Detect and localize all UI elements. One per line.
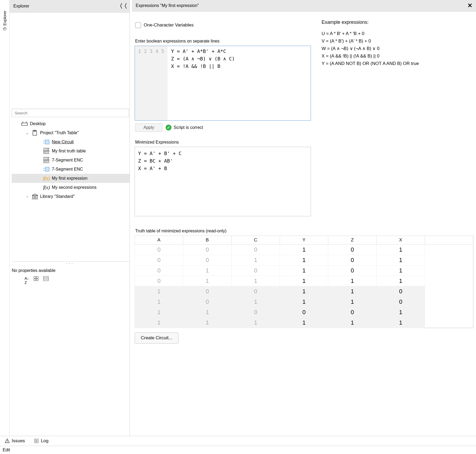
clock-icon: ◷ xyxy=(2,27,7,30)
truth-cell-output: 1 xyxy=(328,276,377,286)
spacer xyxy=(425,236,473,245)
tree-item-label: My first expression xyxy=(52,176,87,181)
truth-cell-input: 0 xyxy=(183,245,232,255)
svg-rect-25 xyxy=(45,167,49,171)
examples-heading: Example expressions: xyxy=(322,20,473,25)
truth-cell-output: 1 xyxy=(280,276,328,286)
truth-cell-input: 1 xyxy=(232,297,280,307)
collapse-icon[interactable]: 〈〈 xyxy=(117,2,126,10)
sort-az-icon[interactable]: A↓Z xyxy=(25,276,29,285)
tree-item-label: New Circuit xyxy=(52,140,74,144)
checkbox-icon[interactable] xyxy=(135,22,141,28)
truth-cell-output: 1 xyxy=(377,245,425,255)
create-circuit-button[interactable]: Create Circuit... xyxy=(135,332,178,344)
truth-cell-input: 0 xyxy=(135,255,183,266)
truth-cell-output: 1 xyxy=(377,307,425,318)
grid-icon[interactable] xyxy=(34,276,38,285)
truth-header: Z xyxy=(328,236,377,245)
svg-text:0: 0 xyxy=(48,157,49,160)
truth-cell-input: 1 xyxy=(135,307,183,318)
tree-row[interactable]: ⌄Project "Truth Table" xyxy=(12,128,130,137)
svg-text:0: 0 xyxy=(44,160,46,163)
truth-cell-output: 1 xyxy=(280,255,328,266)
explorer-header: Explorer 〈〈 xyxy=(10,0,130,13)
truth-cell-input: 0 xyxy=(232,307,280,318)
tree-row[interactable]: 7-Segment ENC xyxy=(12,165,130,174)
example-line: Y = (A AND NOT B) OR (NOT A AND B) OR tr… xyxy=(322,60,473,67)
explorer-title: Explorer xyxy=(13,4,29,9)
truth-header: A xyxy=(135,236,183,245)
example-line: V = (A * B') + (A' * B) + 0 xyxy=(322,37,473,45)
spacer xyxy=(425,276,473,286)
enter-label: Enter boolean expressions on separate li… xyxy=(135,39,311,44)
explorer-blank-area xyxy=(12,13,130,109)
tab-issues-label: Issues xyxy=(12,438,25,444)
truth-cell-output: 0 xyxy=(280,307,328,318)
truth-cell-output: 1 xyxy=(328,318,377,328)
tree-item-label: 7-Segment ENC xyxy=(52,167,83,172)
check-icon: ✓ xyxy=(166,125,171,130)
bottom-tabs: Issues Log xyxy=(0,436,476,446)
tree-row[interactable]: f(x)My first expression xyxy=(12,174,130,183)
one-char-checkbox-row[interactable]: One-Character Variables xyxy=(135,22,311,28)
tree-item-label: My first truth table xyxy=(52,149,86,153)
tree-row[interactable]: 100XMy first truth table xyxy=(12,147,130,156)
tree-row[interactable]: ›Library "Standard" xyxy=(12,192,130,201)
spacer xyxy=(425,297,473,307)
fx-icon: f(x) xyxy=(43,175,50,181)
minimized-label: Minimized Expressions xyxy=(135,140,311,145)
truth-cell-input: 0 xyxy=(183,255,232,266)
editor-code[interactable]: Y = A' + A*B' + A*C Z = (A ∧ ¬B) ∨ (B ∧ … xyxy=(167,46,239,120)
spacer xyxy=(425,307,473,318)
truth-cell-output: 1 xyxy=(377,318,425,328)
truth-cell-output: 1 xyxy=(377,276,425,286)
example-line: U = A * B' + A * 'B + 0 xyxy=(322,30,473,37)
tree-row[interactable]: f(x)My second expressions xyxy=(12,183,130,192)
status-bar: Edit xyxy=(0,446,476,454)
circuit-icon xyxy=(43,139,50,145)
truth-label: Truth table of minimized expressions (re… xyxy=(135,229,473,233)
tree-item-label: Desktop xyxy=(30,121,46,126)
drag-handle-icon[interactable]: • • • xyxy=(10,261,130,266)
spacer xyxy=(425,266,473,276)
example-line: X = (A && !B) || (!A && B) || 0 xyxy=(322,52,473,60)
script-status-label: Script is correct xyxy=(174,125,203,130)
tab-log[interactable]: Log xyxy=(34,438,48,444)
search-input[interactable] xyxy=(12,109,129,117)
tree-row[interactable]: 100X7-Segment ENC xyxy=(12,156,130,165)
list-icon[interactable] xyxy=(43,276,49,285)
close-icon[interactable]: ✕ xyxy=(467,2,472,9)
minimized-output: Y = A' + B' + C Z = BC + AB' X = A' + B xyxy=(135,147,311,216)
truth-cell-input: 0 xyxy=(183,297,232,307)
truth-table-icon: 100X xyxy=(43,148,50,154)
examples-panel: Example expressions: U = A * B' + A * 'B… xyxy=(322,17,473,216)
example-line: W = (A ∧ ¬B) ∨ (¬A ∧ B) ∨ 0 xyxy=(322,45,473,52)
tree-item-label: My second expressions xyxy=(52,185,96,190)
svg-text:X: X xyxy=(48,160,49,163)
chevron-icon[interactable]: ⌄ xyxy=(25,131,29,135)
expression-editor[interactable]: 1 2 3 4 5 Y = A' + A*B' + A*C Z = (A ∧ ¬… xyxy=(135,46,311,121)
truth-header: X xyxy=(377,236,425,245)
warning-icon xyxy=(5,438,10,443)
truth-header: C xyxy=(232,236,280,245)
script-status: ✓ Script is correct xyxy=(166,125,203,130)
truth-cell-input: 1 xyxy=(232,276,280,286)
vertical-tab-explorer[interactable]: ◷ Explorer xyxy=(2,11,7,31)
tree-row[interactable]: New Circuit xyxy=(12,137,130,147)
project-icon xyxy=(32,130,38,136)
truth-cell-input: 1 xyxy=(135,297,183,307)
tree-item-label: 7-Segment ENC xyxy=(52,158,83,163)
tree-item-label: Project "Truth Table" xyxy=(40,130,79,135)
main-panel: Expressions "My first expression" ✕ One-… xyxy=(130,0,476,436)
svg-point-43 xyxy=(7,442,7,443)
tree-row[interactable]: Desktop xyxy=(12,119,130,128)
apply-button[interactable]: Apply xyxy=(135,123,162,132)
tab-issues[interactable]: Issues xyxy=(5,438,25,444)
truth-cell-input: 1 xyxy=(232,318,280,328)
chevron-icon[interactable]: › xyxy=(25,194,29,199)
circuit-icon xyxy=(43,166,50,172)
project-tree[interactable]: Desktop⌄Project "Truth Table"New Circuit… xyxy=(12,117,130,261)
svg-rect-36 xyxy=(34,279,36,281)
svg-text:0: 0 xyxy=(44,151,46,154)
properties-label: No properties available xyxy=(10,266,130,276)
